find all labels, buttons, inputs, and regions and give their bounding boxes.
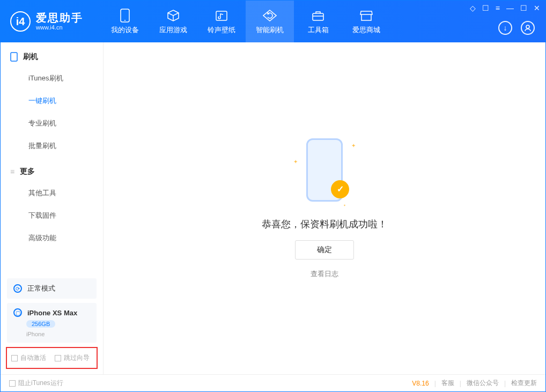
device-storage: 256GB <box>26 320 55 328</box>
device-name: iPhone XS Max <box>27 309 77 317</box>
app-title: 爱思助手 <box>36 11 83 24</box>
device-panel: ⟳ 正常模式 ▢ iPhone XS Max 256GB iPhone 自动激活… <box>1 274 103 374</box>
phone-icon <box>10 52 18 62</box>
sidebar-item-other-tools[interactable]: 其他工具 <box>1 182 103 204</box>
success-message: 恭喜您，保资料刷机成功啦！ <box>262 218 387 231</box>
close-button[interactable]: ✕ <box>534 4 540 12</box>
music-folder-icon <box>214 8 229 23</box>
app-subtitle: www.i4.cn <box>36 24 83 31</box>
tab-store[interactable]: 爱思商城 <box>342 1 390 42</box>
feedback-icon[interactable]: ☐ <box>482 4 489 12</box>
sidebar-section-flash: 刷机 <box>1 52 103 67</box>
tab-apps[interactable]: 应用游戏 <box>149 1 197 42</box>
checkbox-block-itunes[interactable]: 阻止iTunes运行 <box>9 379 63 388</box>
download-button[interactable]: ↓ <box>498 21 512 35</box>
mode-icon: ⟳ <box>13 284 22 293</box>
options-highlight-box: 自动激活 跳过向导 <box>6 347 98 369</box>
support-link[interactable]: 客服 <box>441 379 454 388</box>
logo-icon: i4 <box>10 11 31 32</box>
minimize-button[interactable]: — <box>506 4 514 12</box>
wechat-link[interactable]: 微信公众号 <box>467 379 499 388</box>
logo: i4 爱思助手 www.i4.cn <box>1 11 93 32</box>
sidebar-item-itunes-flash[interactable]: iTunes刷机 <box>1 67 103 90</box>
sidebar-item-download-firmware[interactable]: 下载固件 <box>1 204 103 227</box>
window-controls: ◇ ☐ ≡ — ☐ ✕ <box>470 4 540 12</box>
refresh-icon <box>262 8 277 23</box>
device-icon <box>117 8 132 23</box>
header-actions: ↓ <box>498 21 535 35</box>
tab-my-device[interactable]: 我的设备 <box>101 1 149 42</box>
skin-icon[interactable]: ◇ <box>470 4 476 12</box>
tab-ringtones[interactable]: 铃声壁纸 <box>197 1 246 42</box>
account-button[interactable] <box>521 21 535 35</box>
checkbox-auto-activate[interactable]: 自动激活 <box>11 353 46 363</box>
ok-button[interactable]: 确定 <box>295 240 354 260</box>
check-icon: ✓ <box>331 180 349 198</box>
cube-icon <box>166 8 181 23</box>
footer: 阻止iTunes运行 V8.16 | 客服 | 微信公众号 | 检查更新 <box>1 374 545 391</box>
list-icon: ≡ <box>10 167 14 176</box>
svg-rect-5 <box>11 53 17 61</box>
version-label: V8.16 <box>412 380 429 387</box>
device-icon: ▢ <box>13 308 22 317</box>
tab-toolbox[interactable]: 工具箱 <box>294 1 342 42</box>
body: 刷机 iTunes刷机 一键刷机 专业刷机 批量刷机 ≡ 更多 其他工具 下载固… <box>1 42 545 374</box>
sidebar-section-more: ≡ 更多 <box>1 167 103 182</box>
device-info-box[interactable]: ▢ iPhone XS Max 256GB iPhone <box>7 303 97 343</box>
device-mode-box[interactable]: ⟳ 正常模式 <box>7 278 97 299</box>
main-content: ✦ ✦ ✦ ✓ 恭喜您，保资料刷机成功啦！ 确定 查看日志 <box>104 42 545 374</box>
sidebar: 刷机 iTunes刷机 一键刷机 专业刷机 批量刷机 ≡ 更多 其他工具 下载固… <box>1 42 104 374</box>
check-update-link[interactable]: 检查更新 <box>511 379 537 388</box>
tab-smart-flash[interactable]: 智能刷机 <box>246 1 294 42</box>
view-log-link[interactable]: 查看日志 <box>311 269 338 279</box>
maximize-button[interactable]: ☐ <box>520 4 527 12</box>
success-illustration: ✦ ✦ ✦ ✓ <box>292 138 357 208</box>
device-type: iPhone <box>26 331 45 337</box>
sidebar-item-pro-flash[interactable]: 专业刷机 <box>1 112 103 135</box>
svg-point-4 <box>526 25 529 28</box>
sidebar-item-batch-flash[interactable]: 批量刷机 <box>1 135 103 157</box>
app-header: i4 爱思助手 www.i4.cn 我的设备 应用游戏 铃声壁纸 智能刷机 工具… <box>1 1 545 42</box>
svg-rect-3 <box>313 13 323 20</box>
menu-icon[interactable]: ≡ <box>496 4 500 12</box>
toolbox-icon <box>311 8 326 23</box>
sidebar-item-onekey-flash[interactable]: 一键刷机 <box>1 90 103 112</box>
sidebar-item-advanced[interactable]: 高级功能 <box>1 227 103 249</box>
nav-tabs: 我的设备 应用游戏 铃声壁纸 智能刷机 工具箱 爱思商城 <box>101 1 390 42</box>
svg-point-1 <box>124 20 126 21</box>
device-mode: 正常模式 <box>27 284 55 293</box>
checkbox-skip-guide[interactable]: 跳过向导 <box>55 353 90 363</box>
svg-rect-2 <box>216 11 227 20</box>
store-icon <box>359 8 374 23</box>
